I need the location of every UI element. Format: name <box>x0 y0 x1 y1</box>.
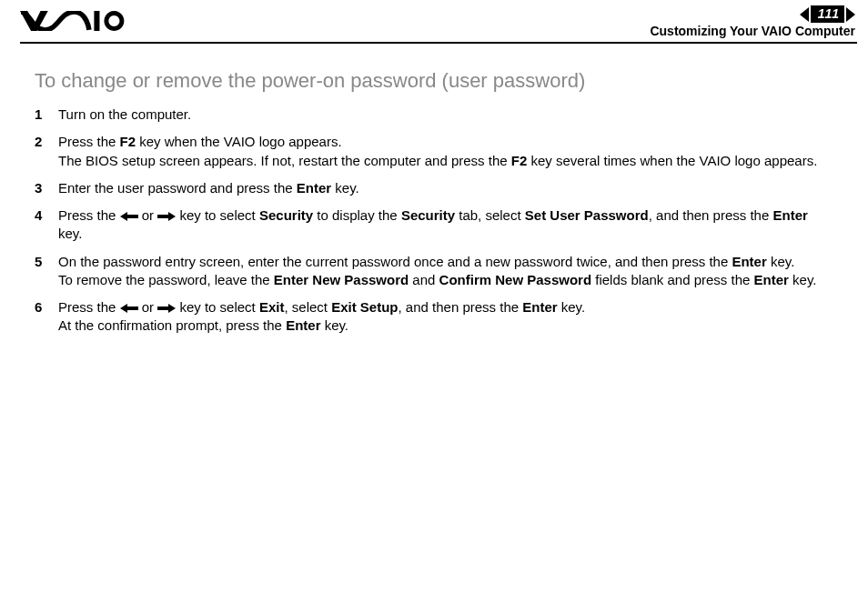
step-2: 2 Press the F2 key when the VAIO logo ap… <box>35 133 833 170</box>
next-page-icon[interactable] <box>846 7 855 22</box>
section-title: Customizing Your VAIO Computer <box>650 24 855 38</box>
manual-page: VAIO 111 Customizing Your VAIO Computer <box>0 0 868 613</box>
steps-list: 1 Turn on the computer. 2 Press the F2 k… <box>35 106 833 336</box>
step-3: 3 Enter the user password and press the … <box>35 179 833 197</box>
vaio-logo: VAIO <box>20 5 130 36</box>
page-header: VAIO 111 Customizing Your VAIO Computer <box>0 0 868 38</box>
page-number: 111 <box>811 5 844 23</box>
step-1: 1 Turn on the computer. <box>35 106 833 124</box>
right-arrow-icon <box>157 212 176 221</box>
step-6: 6 Press the or key to select Exit, selec… <box>35 298 833 336</box>
page-title: To change or remove the power-on passwor… <box>35 69 833 93</box>
prev-page-icon[interactable] <box>800 7 809 22</box>
left-arrow-icon <box>120 304 138 313</box>
left-arrow-icon <box>120 212 138 221</box>
step-5: 5 On the password entry screen, enter th… <box>35 253 833 290</box>
page-content: To change or remove the power-on passwor… <box>0 44 868 336</box>
right-arrow-icon <box>157 304 176 313</box>
svg-rect-1 <box>94 11 99 31</box>
step-4: 4 Press the or key to select Security to… <box>35 206 833 244</box>
page-number-nav: 111 <box>650 5 855 23</box>
